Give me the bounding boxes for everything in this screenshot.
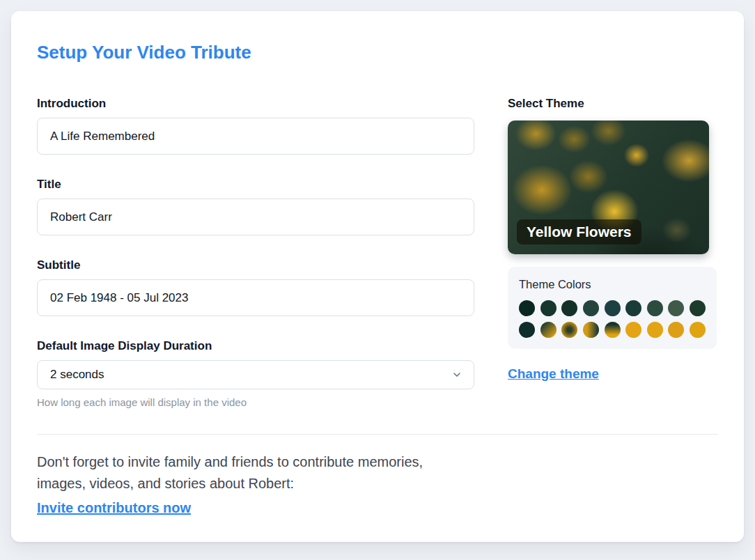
theme-name-badge: Yellow Flowers	[517, 219, 641, 244]
theme-colors-row-2	[519, 322, 706, 338]
setup-card: Setup Your Video Tribute Introduction Ti…	[11, 11, 744, 542]
invite-text: Don't forget to invite family and friend…	[37, 451, 455, 494]
content-columns: Introduction Title Subtitle Default Imag…	[37, 97, 718, 408]
title-input[interactable]	[37, 199, 474, 235]
theme-color-swatch	[561, 322, 577, 338]
select-theme-label: Select Theme	[508, 97, 717, 111]
theme-color-swatch	[690, 300, 706, 316]
title-field: Title	[37, 178, 474, 235]
theme-color-swatch	[647, 300, 663, 316]
introduction-input[interactable]	[37, 118, 474, 155]
theme-color-swatch	[605, 322, 621, 338]
theme-preview-image[interactable]: Yellow Flowers	[508, 120, 709, 254]
theme-color-swatch	[647, 322, 663, 338]
theme-colors-panel: Theme Colors	[508, 267, 717, 349]
introduction-label: Introduction	[37, 97, 474, 111]
theme-color-swatch	[583, 300, 599, 316]
theme-color-swatch	[519, 300, 535, 316]
duration-help-text: How long each image will display in the …	[37, 396, 474, 408]
invite-contributors-link[interactable]: Invite contributors now	[37, 500, 191, 516]
theme-color-swatch	[519, 322, 535, 338]
theme-color-swatch	[561, 300, 577, 316]
introduction-field: Introduction	[37, 97, 474, 155]
theme-color-swatch	[583, 322, 599, 338]
theme-color-swatch	[605, 300, 621, 316]
form-column: Introduction Title Subtitle Default Imag…	[37, 97, 474, 408]
theme-color-swatch	[625, 300, 641, 316]
duration-select[interactable]: 2 seconds	[37, 360, 474, 389]
theme-color-swatch	[540, 300, 556, 316]
chevron-down-icon	[451, 369, 462, 380]
section-divider	[37, 434, 718, 435]
page-title: Setup Your Video Tribute	[37, 42, 718, 63]
duration-field: Default Image Display Duration 2 seconds…	[37, 339, 474, 408]
subtitle-field: Subtitle	[37, 258, 474, 316]
change-theme-link[interactable]: Change theme	[508, 366, 599, 382]
invite-section: Don't forget to invite family and friend…	[37, 451, 718, 516]
subtitle-input[interactable]	[37, 279, 474, 316]
title-label: Title	[37, 178, 474, 192]
subtitle-label: Subtitle	[37, 258, 474, 272]
theme-color-swatch	[625, 322, 641, 338]
duration-label: Default Image Display Duration	[37, 339, 474, 353]
theme-color-swatch	[540, 322, 556, 338]
theme-column: Select Theme Yellow Flowers Theme Colors…	[508, 97, 717, 408]
duration-selected-value: 2 seconds	[50, 368, 104, 382]
theme-color-swatch	[668, 300, 684, 316]
theme-colors-row-1	[519, 300, 706, 316]
theme-colors-label: Theme Colors	[519, 278, 706, 291]
theme-color-swatch	[690, 322, 706, 338]
theme-color-swatch	[668, 322, 684, 338]
